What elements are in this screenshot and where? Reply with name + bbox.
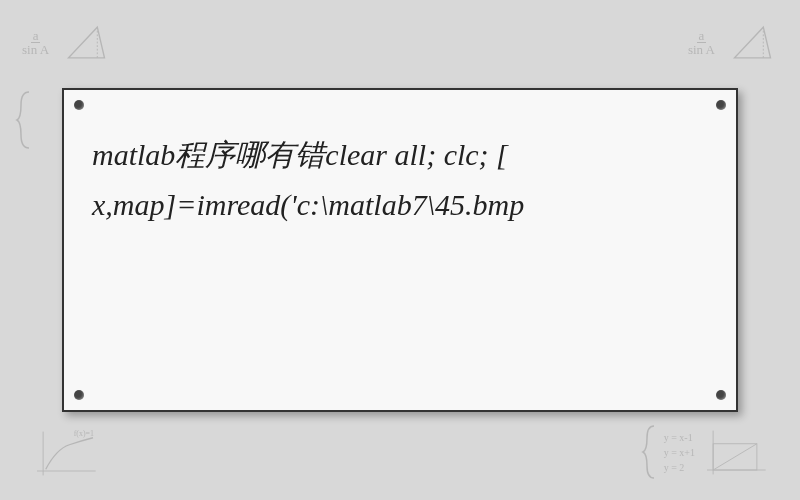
graph-icon-br (700, 425, 770, 480)
fraction-denominator-right: sin A (686, 43, 717, 56)
watermark-top-right: a sin A (686, 20, 780, 65)
nail-icon (716, 100, 726, 110)
triangle-icon-right (725, 20, 780, 65)
svg-marker-0 (69, 27, 105, 58)
watermark-left-brace (15, 90, 35, 154)
brace-icon (641, 424, 659, 480)
fraction-denominator: sin A (20, 43, 51, 56)
nail-icon (716, 390, 726, 400)
fraction-a-sina-right: a sin A (686, 29, 717, 56)
piecewise-line3: y = 2 (664, 460, 695, 475)
graph-icon-bl: f(x)=1 (30, 426, 100, 481)
question-text: matlab程序哪有错clear all; clc; [ x,map]=imre… (92, 130, 708, 229)
triangle-icon (59, 20, 114, 65)
piecewise-line2: y = x+1 (664, 445, 695, 460)
watermark-bottom-left: f(x)=1 (30, 426, 100, 485)
graph-label-bl: f(x)=1 (74, 429, 94, 438)
watermark-bottom-right: y = x-1 y = x+1 y = 2 (641, 424, 770, 480)
fraction-numerator: a (31, 29, 41, 43)
nail-icon (74, 390, 84, 400)
watermark-top-left: a sin A (20, 20, 114, 65)
code-line-1: clear all; clc; [ (325, 138, 507, 171)
question-card: matlab程序哪有错clear all; clc; [ x,map]=imre… (62, 88, 738, 412)
piecewise-labels: y = x-1 y = x+1 y = 2 (664, 430, 695, 475)
piecewise-line1: y = x-1 (664, 430, 695, 445)
svg-line-9 (713, 443, 757, 469)
code-line-2: x,map]=imread('c:\matlab7\45.bmp (92, 188, 524, 221)
fraction-a-sina: a sin A (20, 29, 51, 56)
question-prompt: matlab程序哪有错 (92, 138, 325, 171)
svg-marker-2 (735, 27, 771, 58)
nail-icon (74, 100, 84, 110)
fraction-numerator-right: a (697, 29, 707, 43)
